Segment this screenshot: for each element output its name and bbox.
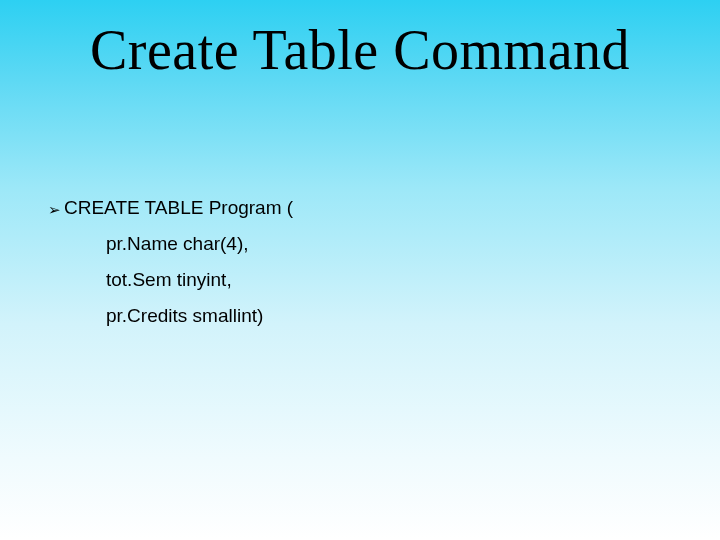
sql-line-1: CREATE TABLE Program ( (64, 190, 293, 226)
slide-body: ➢ CREATE TABLE Program ( pr.Name char(4)… (48, 190, 293, 334)
slide-title: Create Table Command (0, 18, 720, 82)
sql-line-2: pr.Name char(4), (48, 226, 293, 262)
chevron-right-icon: ➢ (48, 202, 61, 217)
slide: Create Table Command ➢ CREATE TABLE Prog… (0, 0, 720, 540)
sql-line-3: tot.Sem tinyint, (48, 262, 293, 298)
sql-line-4: pr.Credits smallint) (48, 298, 293, 334)
bullet-item: ➢ CREATE TABLE Program ( (48, 190, 293, 226)
